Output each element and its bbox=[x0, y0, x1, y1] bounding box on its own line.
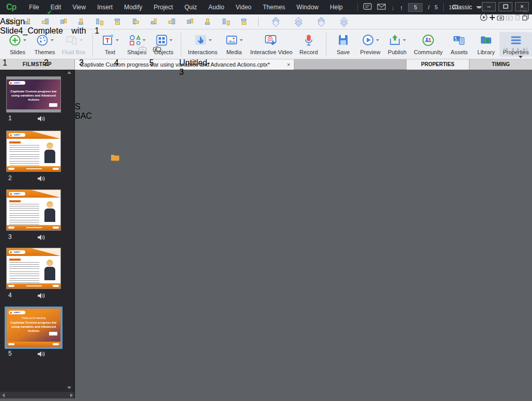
themes-caret-icon bbox=[51, 39, 54, 41]
publish-icon bbox=[388, 34, 402, 47]
tab-overflow-caret-icon[interactable] bbox=[519, 58, 528, 68]
action-tab-2[interactable]: 2 bbox=[44, 58, 79, 77]
action-row-1[interactable]: ✔ Assign Slide4_Complete with 1 bbox=[0, 8, 99, 36]
stage-canvas[interactable]: S BAC bbox=[75, 70, 399, 398]
previous-tab-icon[interactable] bbox=[510, 45, 514, 54]
save-shared-action-icon[interactable] bbox=[138, 45, 151, 55]
bring-forward-icon[interactable] bbox=[317, 18, 325, 26]
minimize-button[interactable]: – bbox=[482, 2, 496, 11]
align-slide-left-icon[interactable] bbox=[150, 18, 159, 26]
menu-project[interactable]: Project bbox=[148, 0, 179, 14]
filmstrip-horizontal-scrollbar[interactable] bbox=[0, 392, 75, 398]
objects-caret-icon bbox=[169, 39, 173, 41]
resize-same-width-icon[interactable] bbox=[204, 18, 213, 26]
assets-icon bbox=[452, 34, 466, 47]
slide-notes-icon[interactable] bbox=[363, 3, 372, 12]
interactive-video-icon bbox=[264, 34, 278, 47]
toolbar-interactions-button[interactable]: Interactions bbox=[185, 32, 221, 57]
filmstrip-scroll-down-icon[interactable] bbox=[67, 387, 71, 389]
menu-themes[interactable]: Themes bbox=[257, 0, 291, 14]
action-tab-1[interactable]: 1 bbox=[3, 58, 44, 77]
toolbar-record-button[interactable]: Record bbox=[295, 32, 322, 57]
next-tab-icon[interactable] bbox=[517, 45, 521, 54]
bring-to-front-icon[interactable] bbox=[271, 18, 280, 26]
toolbar-preview-button[interactable]: Preview bbox=[357, 32, 384, 57]
publish-caret-icon bbox=[403, 39, 406, 41]
captivate-window: Cp File Edit View Insert Modify Project … bbox=[0, 0, 532, 401]
align-slide-right-icon[interactable] bbox=[186, 18, 195, 26]
maximize-button[interactable] bbox=[498, 2, 512, 11]
action-tab-5[interactable]: 5 bbox=[149, 58, 179, 77]
workspace-switcher[interactable]: Classic bbox=[452, 0, 480, 14]
audio-speaker-icon[interactable] bbox=[37, 351, 45, 359]
slide-thumbnail-3[interactable]: SWIFT bbox=[6, 189, 61, 231]
shared-action-icon[interactable] bbox=[153, 45, 165, 55]
action-tab-3[interactable]: 3 bbox=[79, 58, 114, 77]
align-slide-center-icon[interactable] bbox=[168, 18, 177, 26]
send-backward-icon[interactable] bbox=[339, 18, 348, 26]
action-type-cell[interactable]: Assign bbox=[0, 17, 99, 26]
tab-properties[interactable]: PROPERTIES bbox=[406, 59, 469, 70]
menu-video[interactable]: Video bbox=[230, 0, 257, 14]
toolbar-text-button[interactable]: T Text bbox=[97, 32, 123, 57]
distribute-vertical-icon[interactable] bbox=[132, 18, 140, 26]
slide-thumbnail-1[interactable]: SWIFT Captivate Custom progress bar usin… bbox=[6, 76, 61, 113]
slide-1-row: 1 bbox=[0, 115, 75, 123]
audio-speaker-icon[interactable] bbox=[37, 234, 45, 242]
slide-number: 4 bbox=[8, 292, 12, 299]
audio-speaker-icon[interactable] bbox=[37, 116, 45, 123]
alignment-separator bbox=[258, 17, 259, 26]
menu-quiz[interactable]: Quiz bbox=[179, 0, 203, 14]
toolbar-media-button[interactable]: Media bbox=[221, 32, 247, 57]
mail-icon[interactable] bbox=[377, 3, 386, 12]
import-shared-action-icon[interactable] bbox=[497, 13, 504, 23]
next-slide-icon[interactable]: ↑ bbox=[400, 4, 403, 11]
slide-number: 5 bbox=[8, 350, 12, 357]
action-variable[interactable]: Slide4_Complete bbox=[0, 26, 63, 35]
slide-thumbnail-5-selected[interactable]: SWIFT Thank you for watching Captivate C… bbox=[6, 308, 61, 347]
shared-action-buttons bbox=[138, 45, 165, 55]
toolbar-community-button[interactable]: Community bbox=[411, 32, 446, 57]
export-shared-action-icon[interactable] bbox=[506, 13, 513, 23]
action-params-cell[interactable]: Slide4_Complete with 1 bbox=[0, 26, 99, 36]
toolbar-interactive-video-button[interactable]: Interactive Video bbox=[247, 32, 295, 57]
action-tab-4[interactable]: 4 bbox=[114, 58, 149, 77]
workspace-caret-icon bbox=[476, 6, 480, 9]
current-slide-input[interactable]: 5 bbox=[408, 3, 423, 12]
slide1-title: Captivate Custom progress bar using vari… bbox=[9, 89, 58, 102]
resize-same-height-icon[interactable] bbox=[222, 18, 231, 26]
menu-window[interactable]: Window bbox=[291, 0, 324, 14]
toolbar-library-button[interactable]: Library bbox=[473, 32, 499, 57]
slide-thumbnail-2[interactable]: SWIFT bbox=[6, 131, 61, 172]
menu-modify[interactable]: Modify bbox=[118, 0, 148, 14]
document-tab-close-icon[interactable]: × bbox=[287, 59, 290, 70]
preview-caret-icon bbox=[376, 39, 379, 41]
first-tab-icon[interactable] bbox=[503, 45, 508, 54]
action-value[interactable]: 1 bbox=[95, 26, 99, 35]
toolbar-publish-button[interactable]: Publish bbox=[384, 32, 411, 57]
scroll-right-icon bbox=[70, 393, 73, 397]
send-to-back-icon[interactable] bbox=[294, 18, 303, 26]
menu-help[interactable]: Help bbox=[324, 0, 349, 14]
save-icon bbox=[337, 34, 350, 47]
preview-action-icon[interactable] bbox=[480, 13, 488, 23]
toolbar-assets-button[interactable]: Assets bbox=[446, 32, 473, 57]
panel-menu-icon[interactable] bbox=[520, 6, 528, 15]
swift-logo: SWIFT bbox=[9, 192, 25, 196]
new-action-icon[interactable] bbox=[489, 13, 495, 23]
slide-number: 3 bbox=[8, 233, 12, 240]
resize-same-size-icon[interactable] bbox=[240, 18, 249, 26]
last-tab-icon[interactable] bbox=[523, 45, 528, 54]
previous-slide-icon[interactable]: ↓ bbox=[391, 4, 395, 11]
menu-audio[interactable]: Audio bbox=[203, 0, 230, 14]
audio-speaker-icon[interactable] bbox=[37, 293, 45, 300]
distribute-horizontal-icon[interactable] bbox=[114, 18, 122, 26]
action-tab-untitled[interactable]: Untitled-3 bbox=[179, 58, 214, 77]
slide-stage[interactable]: S BAC bbox=[75, 102, 398, 356]
slide-thumbnail-4[interactable]: SWIFT bbox=[6, 248, 61, 289]
back-button[interactable]: BAC bbox=[75, 111, 398, 121]
scroll-left-icon bbox=[2, 393, 5, 397]
toolbar-save-button[interactable]: Save bbox=[330, 32, 357, 57]
audio-speaker-icon[interactable] bbox=[37, 175, 45, 183]
script-folder-icon[interactable] bbox=[111, 154, 120, 164]
